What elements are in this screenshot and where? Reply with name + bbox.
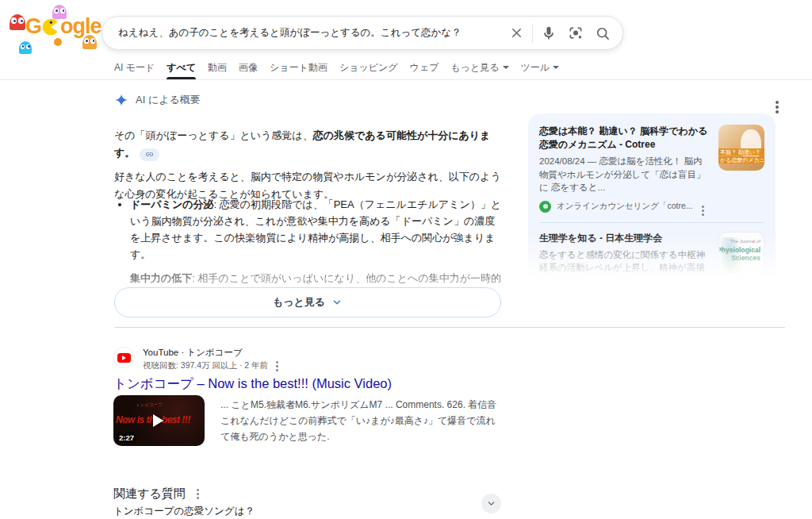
- source-card-2[interactable]: 生理学を知る - 日本生理学会 恋をすると感情の変化に関係する中枢神経系の活動レ…: [539, 232, 764, 288]
- thumbnail-text: Physiological Sciences: [718, 246, 760, 262]
- video-meta-text: 視聴回数: 397.4万 回以上 · 2 年前: [143, 360, 268, 371]
- play-icon: [153, 414, 163, 427]
- chevron-down-icon: [503, 66, 509, 69]
- chevron-down-icon: [486, 498, 496, 509]
- tab-more[interactable]: もっと見る: [450, 61, 508, 79]
- tab-ai-mode[interactable]: AI モード: [114, 61, 155, 79]
- tab-tools[interactable]: ツール: [521, 61, 560, 79]
- tab-more-label: もっと見る: [450, 62, 499, 73]
- video-title-link[interactable]: トンボコープ – Now is the best!!! (Music Video…: [113, 375, 392, 393]
- overflow-menu-icon[interactable]: [197, 489, 199, 491]
- related-question-item[interactable]: トンボコープの恋愛ソングは？: [113, 505, 470, 518]
- youtube-favicon: [113, 347, 135, 368]
- ai-sources-panel: 恋愛は本能？ 勘違い？ 脳科学でわかる恋愛のメカニズム - Cotree 202…: [528, 113, 776, 290]
- ai-overview-header: AI による概要: [114, 93, 201, 107]
- related-questions-title: 関連する質問: [113, 486, 186, 502]
- video-meta: 視聴回数: 397.4万 回以上 · 2 年前: [143, 360, 278, 371]
- cyan-ghost-icon: [19, 41, 32, 54]
- chevron-down-icon: [331, 297, 343, 308]
- video-description: ... ことM5.独裁者M6.サンポリズムM7 ... Comments. 62…: [220, 397, 501, 444]
- thumbnail-text: 本能？ 勘違い？: [718, 148, 764, 156]
- pellet-icon: [54, 38, 62, 46]
- clear-icon[interactable]: [503, 19, 530, 48]
- show-more-button[interactable]: もっと見る: [114, 287, 501, 317]
- source-card-1[interactable]: 恋愛は本能？ 勘違い？ 脳科学でわかる恋愛のメカニズム - Cotree 202…: [539, 125, 764, 194]
- divider: [532, 24, 533, 43]
- search-box[interactable]: ねえねえ、あの子のことを考えると頭がぼーっとするの。これって恋かな？: [102, 16, 623, 50]
- pacman-icon: [42, 18, 59, 36]
- video-thumbnail[interactable]: トンボコープ Now is the best !!! 2:27: [113, 395, 205, 446]
- logo-letter: o: [60, 16, 73, 37]
- red-ghost-icon: [10, 14, 25, 30]
- source-attribution-1[interactable]: オンラインカウンセリング「cotre...: [539, 201, 764, 213]
- overflow-menu-icon[interactable]: [276, 361, 278, 363]
- thumbnail-text: トンボコープ: [136, 402, 163, 408]
- overflow-menu-icon[interactable]: [702, 206, 704, 208]
- source-thumbnail: The Journal of Physiological Sciences: [718, 232, 764, 278]
- related-questions-header: 関連する質問: [113, 486, 199, 502]
- search-icon[interactable]: [589, 19, 616, 48]
- section-divider: [114, 327, 785, 328]
- ai-sparkle-icon: [114, 93, 128, 107]
- ai-bullet-2-label: 集中力の低下: [130, 272, 192, 284]
- citation-link-icon[interactable]: [140, 148, 159, 161]
- source-thumbnail: 本能？ 勘違い？ かる恋愛のメカニ: [718, 125, 764, 171]
- site-favicon: [539, 201, 551, 213]
- logo-letter: gle: [73, 16, 102, 37]
- tab-tools-label: ツール: [521, 62, 550, 73]
- ai-paragraph-1: その「頭がぼーっとする」という感覚は、恋の兆候である可能性が十分にあります。: [114, 127, 503, 162]
- video-source-line[interactable]: YouTube · トンボコープ: [143, 347, 243, 359]
- tab-all[interactable]: すべて: [167, 61, 196, 79]
- mic-icon[interactable]: [535, 19, 562, 48]
- ai-p1-prefix: その「頭がぼーっとする」という感覚は、: [114, 129, 313, 141]
- show-more-label: もっと見る: [273, 295, 325, 309]
- ai-overview-title: AI による概要: [136, 93, 201, 107]
- divider: [539, 222, 764, 223]
- expand-question-button[interactable]: [481, 494, 501, 513]
- search-header: G o gle ねえねえ、あの子のことを考えると頭がぼーっとするの。これって恋か…: [0, 0, 812, 80]
- thumbnail-text: The Journal of: [730, 239, 760, 244]
- tab-web[interactable]: ウェブ: [410, 61, 439, 79]
- tab-shorts[interactable]: ショート動画: [270, 61, 327, 79]
- google-doodle-logo[interactable]: G o gle: [10, 3, 111, 60]
- tab-videos[interactable]: 動画: [208, 61, 227, 79]
- tab-images[interactable]: 画像: [239, 61, 258, 79]
- chevron-down-icon: [553, 66, 559, 69]
- source-title: 恋愛は本能？ 勘違い？ 脳科学でわかる恋愛のメカニズム - Cotree: [539, 125, 709, 152]
- google-logo-word: G o gle: [25, 16, 102, 37]
- source-title: 生理学を知る - 日本生理学会: [539, 232, 709, 245]
- source-snippet: 恋をすると感情の変化に関係する中枢神経系の活動レベルが上昇し、精神が高揚します。…: [539, 248, 709, 288]
- lens-icon[interactable]: [562, 19, 589, 48]
- ai-bullet-1-label: ドーパミンの分泌: [130, 198, 214, 210]
- thumbnail-text: かる恋愛のメカニ: [718, 156, 764, 163]
- ai-bullet-1: ドーパミンの分泌: 恋愛の初期段階では、「PEA（フェニルエチルアミン）」という…: [130, 196, 504, 263]
- source-name: オンラインカウンセリング「cotre...: [557, 201, 693, 212]
- result-tabs: AI モード すべて 動画 画像 ショート動画 ショッピング ウェブ もっと見る…: [114, 61, 559, 79]
- video-duration: 2:27: [117, 432, 136, 443]
- overflow-menu-icon[interactable]: [776, 93, 779, 107]
- source-snippet: 2024/08/24 — 恋愛は脳を活性化！ 脳内物質やホルモンが分泌して「恋は…: [539, 155, 709, 194]
- logo-letter: G: [25, 16, 41, 37]
- youtube-icon: [117, 353, 131, 363]
- search-input[interactable]: ねえねえ、あの子のことを考えると頭がぼーっとするの。これって恋かな？: [118, 26, 503, 40]
- tab-shopping[interactable]: ショッピング: [339, 61, 398, 79]
